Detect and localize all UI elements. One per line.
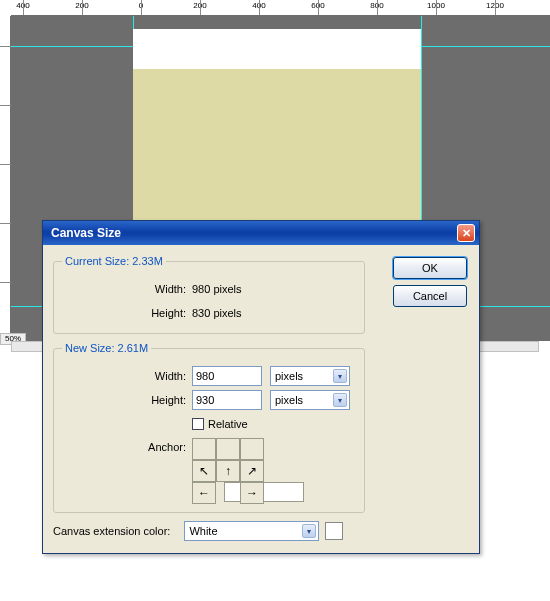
vertical-ruler bbox=[0, 16, 11, 345]
current-width-label: Width: bbox=[62, 283, 192, 295]
extension-color-select[interactable]: White ▾ bbox=[184, 521, 319, 541]
extension-color-value: White bbox=[189, 525, 217, 537]
cancel-button[interactable]: Cancel bbox=[393, 285, 467, 307]
current-height-label: Height: bbox=[62, 307, 192, 319]
canvas-size-dialog: Canvas Size ✕ OK Cancel Current Size: 2.… bbox=[42, 220, 480, 554]
anchor-w[interactable]: ↖ bbox=[192, 460, 216, 482]
dialog-title: Canvas Size bbox=[51, 226, 121, 240]
current-size-group: Current Size: 2.33M Width: 980 pixels He… bbox=[53, 255, 365, 334]
anchor-s[interactable] bbox=[224, 482, 304, 502]
width-unit-select[interactable]: pixels ▾ bbox=[270, 366, 350, 386]
relative-checkbox[interactable] bbox=[192, 418, 204, 430]
anchor-sw[interactable]: ← bbox=[192, 482, 216, 504]
anchor-ne[interactable] bbox=[240, 438, 264, 460]
height-unit-select[interactable]: pixels ▾ bbox=[270, 390, 350, 410]
arrow-ne-icon: ↗ bbox=[247, 464, 257, 478]
extension-color-label: Canvas extension color: bbox=[53, 525, 170, 537]
arrow-right-icon: → bbox=[246, 486, 258, 500]
anchor-label: Anchor: bbox=[62, 438, 192, 453]
anchor-grid: ↖ ↑ ↗ ← → bbox=[192, 438, 264, 504]
anchor-se[interactable]: → bbox=[240, 482, 264, 504]
dialog-titlebar[interactable]: Canvas Size ✕ bbox=[43, 221, 479, 245]
chevron-down-icon: ▾ bbox=[333, 369, 347, 383]
new-size-legend: New Size: 2.61M bbox=[62, 342, 151, 354]
new-height-label: Height: bbox=[62, 394, 192, 406]
extension-color-swatch[interactable] bbox=[325, 522, 343, 540]
close-button[interactable]: ✕ bbox=[457, 224, 475, 242]
height-input[interactable] bbox=[192, 390, 262, 410]
close-icon: ✕ bbox=[462, 228, 471, 239]
anchor-nw[interactable] bbox=[192, 438, 216, 460]
ok-button[interactable]: OK bbox=[393, 257, 467, 279]
current-height-value: 830 pixels bbox=[192, 307, 242, 319]
arrow-nw-icon: ↖ bbox=[199, 464, 209, 478]
current-width-value: 980 pixels bbox=[192, 283, 242, 295]
width-input[interactable] bbox=[192, 366, 262, 386]
arrow-left-icon: ← bbox=[198, 486, 210, 500]
width-unit-value: pixels bbox=[275, 370, 303, 382]
chevron-down-icon: ▾ bbox=[333, 393, 347, 407]
anchor-n[interactable] bbox=[216, 438, 240, 460]
arrow-up-icon: ↑ bbox=[225, 464, 231, 478]
new-width-label: Width: bbox=[62, 370, 192, 382]
height-unit-value: pixels bbox=[275, 394, 303, 406]
horizontal-ruler: 400 200 0 200 400 600 800 1000 1200 bbox=[11, 0, 550, 16]
new-size-group: New Size: 2.61M Width: pixels ▾ Height: … bbox=[53, 342, 365, 513]
chevron-down-icon: ▾ bbox=[302, 524, 316, 538]
relative-label: Relative bbox=[208, 418, 248, 430]
current-size-legend: Current Size: 2.33M bbox=[62, 255, 166, 267]
anchor-e[interactable]: ↗ bbox=[240, 460, 264, 482]
anchor-c[interactable]: ↑ bbox=[216, 460, 240, 482]
